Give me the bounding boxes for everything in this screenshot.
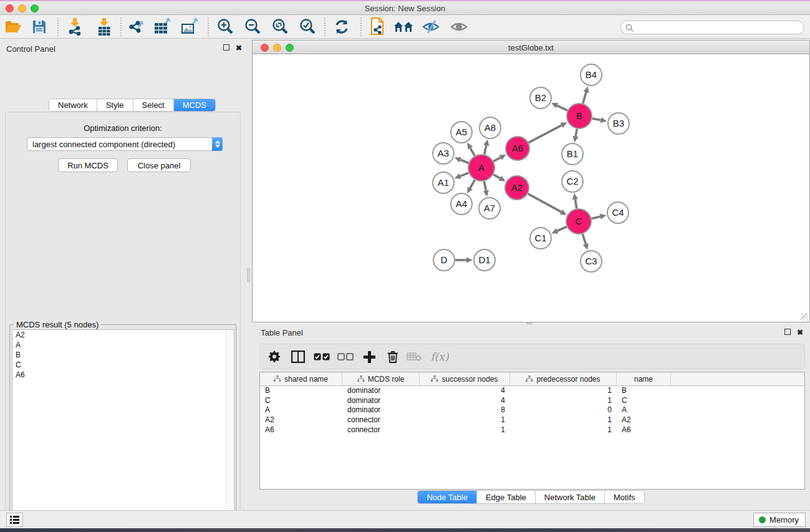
table-cell[interactable]: 1 — [510, 386, 617, 396]
table-cell[interactable]: A2 — [617, 415, 671, 425]
table-cell[interactable]: connector — [342, 415, 420, 425]
delete-table-icon[interactable] — [405, 347, 423, 366]
graph-edge-A2-C[interactable] — [528, 194, 561, 212]
graph-edge-C-C3[interactable] — [582, 234, 586, 244]
table-cell[interactable]: A2 — [260, 415, 342, 425]
table-row[interactable]: Bdominator41B — [260, 386, 804, 396]
tab-mcds[interactable]: MCDS — [174, 99, 215, 111]
tab-select[interactable]: Select — [133, 99, 174, 111]
panel-split-divider[interactable] — [246, 39, 252, 510]
table-cell[interactable]: A6 — [260, 425, 342, 435]
select-all-checkboxes-icon[interactable] — [312, 347, 331, 366]
window-resize-grip[interactable] — [801, 313, 808, 321]
insert-column-icon[interactable] — [289, 347, 307, 366]
column-header-predecessor-nodes[interactable]: predecessor nodes — [510, 372, 617, 385]
table-cell[interactable]: dominator — [342, 396, 420, 406]
close-panel-button[interactable]: Close panel — [127, 158, 191, 172]
zoom-out-icon[interactable] — [242, 17, 263, 37]
table-cell[interactable]: C — [260, 396, 342, 406]
result-list-item[interactable]: A2 — [12, 330, 234, 340]
table-cell[interactable]: A — [617, 405, 671, 415]
graph-edge-C-C1[interactable] — [557, 226, 567, 231]
graph-edge-A-A2[interactable] — [493, 175, 500, 178]
tab-network[interactable]: Network — [49, 99, 97, 111]
table-float-panel-icon[interactable] — [783, 328, 792, 337]
table-row[interactable]: A2connector11A2 — [260, 415, 804, 425]
graph-edge-A-A1[interactable] — [460, 173, 469, 176]
hide-selected-eye-slash-icon[interactable] — [420, 17, 441, 37]
save-session-icon[interactable] — [29, 17, 50, 37]
table-close-panel-icon[interactable]: ✖ — [796, 328, 804, 337]
graph-edge-A-A5[interactable] — [470, 148, 475, 156]
open-file-icon[interactable] — [2, 17, 24, 37]
memory-button[interactable]: Memory — [753, 513, 806, 527]
graph-edge-B-B4[interactable] — [583, 92, 586, 104]
table-cell[interactable]: 1 — [510, 425, 617, 435]
tab-network-table[interactable]: Network Table — [536, 491, 605, 503]
close-panel-icon[interactable]: ✖ — [234, 44, 243, 52]
graph-edge-A6-B[interactable] — [529, 125, 562, 143]
column-header-MCDS-role[interactable]: MCDS role — [342, 372, 420, 385]
mcds-result-list[interactable]: A2ABCA6 — [12, 329, 234, 532]
table-cell[interactable]: 1 — [510, 396, 617, 406]
result-list-scrollbar[interactable] — [226, 330, 234, 532]
graph-edge-C-C2[interactable] — [575, 200, 576, 209]
network-canvas[interactable]: B4B2BB3A5A8A6A3B1AA1C2A2A4A7C4CC1C3DD1 — [252, 54, 810, 322]
delete-row-trash-icon[interactable] — [383, 347, 402, 366]
tab-edge-table[interactable]: Edge Table — [477, 491, 536, 503]
zoom-fit-icon[interactable] — [269, 17, 291, 37]
import-table-icon[interactable] — [94, 17, 115, 37]
column-header-name[interactable]: name — [617, 372, 671, 385]
graph-edge-A-A6[interactable] — [493, 158, 500, 162]
table-cell[interactable]: A6 — [617, 425, 671, 435]
tab-style[interactable]: Style — [97, 99, 133, 111]
run-mcds-button[interactable]: Run MCDS — [58, 158, 118, 172]
column-settings-gear-icon[interactable] — [265, 347, 284, 366]
search-input[interactable] — [636, 23, 804, 32]
task-history-button[interactable] — [6, 513, 23, 527]
table-cell[interactable]: A — [260, 405, 342, 415]
table-cell[interactable]: dominator — [342, 405, 420, 415]
table-cell[interactable]: 0 — [510, 405, 617, 415]
table-cell[interactable]: B — [260, 386, 342, 396]
graph-edge-B-B3[interactable] — [592, 118, 601, 120]
tab-motifs[interactable]: Motifs — [605, 491, 644, 503]
table-row[interactable]: Adominator80A — [260, 405, 804, 415]
float-panel-icon[interactable] — [222, 44, 231, 52]
zoom-selected-icon[interactable] — [297, 17, 318, 37]
table-row[interactable]: Cdominator41C — [260, 396, 804, 406]
table-cell[interactable]: 4 — [420, 396, 510, 406]
export-network-icon[interactable] — [126, 17, 147, 37]
graph-edge-A-A7[interactable] — [484, 181, 486, 191]
criterion-dropdown[interactable]: largest connected component (directed) — [27, 137, 223, 151]
add-row-icon[interactable] — [360, 347, 378, 366]
first-neighbors-icon[interactable] — [393, 17, 415, 37]
deselect-all-checkboxes-icon[interactable] — [336, 347, 355, 366]
node-table[interactable]: shared nameMCDS rolesuccessor nodesprede… — [259, 372, 805, 490]
function-builder-fx-icon[interactable]: f(x) — [427, 347, 452, 366]
table-cell[interactable]: 1 — [420, 415, 510, 425]
table-row[interactable]: A6connector11A6 — [260, 425, 804, 435]
export-image-icon[interactable] — [179, 17, 200, 37]
refresh-icon[interactable] — [331, 17, 352, 37]
table-cell[interactable]: connector — [342, 425, 420, 435]
zoom-in-icon[interactable] — [215, 17, 236, 37]
export-table-icon[interactable] — [152, 17, 173, 37]
tab-node-table[interactable]: Node Table — [418, 491, 477, 503]
network-window-titlebar[interactable]: testGlobe.txt — [252, 40, 810, 54]
table-cell[interactable]: 1 — [420, 425, 510, 435]
table-cell[interactable]: B — [617, 386, 671, 396]
graph-edge-A-A3[interactable] — [460, 160, 468, 163]
graph-edge-A-A8[interactable] — [485, 145, 486, 154]
column-header-shared-name[interactable]: shared name — [260, 372, 342, 385]
table-cell[interactable]: 1 — [510, 415, 617, 425]
table-cell[interactable]: C — [617, 396, 671, 406]
show-all-eye-icon[interactable] — [448, 17, 470, 37]
table-cell[interactable]: dominator — [342, 386, 420, 396]
table-cell[interactable]: 8 — [420, 405, 510, 415]
table-cell[interactable]: 4 — [420, 386, 510, 396]
graph-edge-B-B2[interactable] — [557, 105, 567, 110]
search-field[interactable] — [620, 21, 804, 34]
result-list-item[interactable]: A6 — [12, 370, 234, 380]
graph-edge-C-C4[interactable] — [591, 216, 600, 218]
